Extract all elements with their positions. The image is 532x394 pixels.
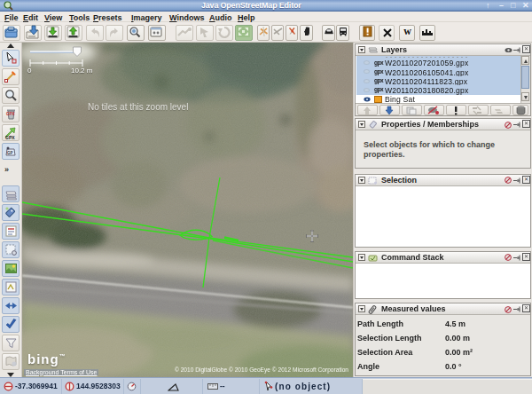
svg-text:GPX: GPX	[6, 112, 15, 116]
svg-text:GP: GP	[7, 151, 13, 155]
svg-text:w: w	[403, 25, 411, 37]
svg-text:GPX: GPX	[5, 135, 15, 140]
